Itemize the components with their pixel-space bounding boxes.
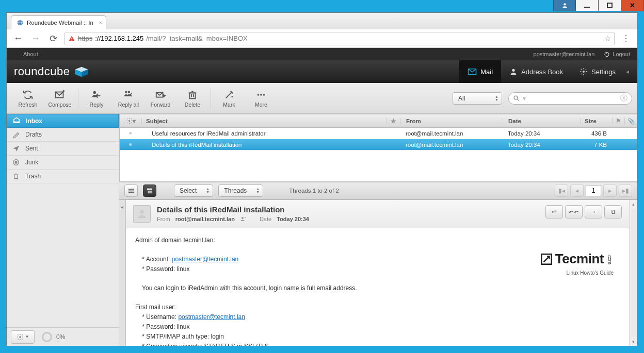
col-star[interactable]: ★ [386, 117, 400, 125]
col-date[interactable]: Date [503, 118, 580, 124]
list-mode-thread-button[interactable] [143, 184, 156, 197]
window-minimize-button[interactable] [576, 0, 599, 11]
pager-status: Threads 1 to 2 of 2 [289, 188, 339, 194]
col-from[interactable]: From [400, 118, 503, 124]
svg-point-19 [128, 91, 131, 93]
msg-reply-button[interactable]: ↩ [545, 205, 563, 218]
about-link[interactable]: About [23, 51, 38, 57]
sender-avatar [133, 205, 151, 223]
page-prev-button[interactable]: ◂ [570, 184, 584, 197]
preview-from: root@mail.tecmint.lan [175, 216, 235, 222]
select-dropdown[interactable]: Select▲▼ [174, 184, 213, 197]
svg-rect-29 [14, 175, 18, 178]
logout-link[interactable]: Logout [604, 51, 630, 57]
delete-button[interactable]: Delete [176, 89, 208, 108]
svg-rect-37 [148, 192, 153, 193]
svg-point-24 [263, 94, 265, 96]
preview-date: Today 20:34 [277, 216, 309, 222]
page-number-input[interactable] [586, 185, 601, 196]
page-last-button[interactable]: ▸▮ [619, 184, 632, 197]
forward-button[interactable]: Forward [144, 89, 176, 108]
search-input[interactable] [529, 95, 617, 102]
svg-rect-35 [147, 189, 152, 190]
quota-display: 0% [42, 332, 65, 342]
window-maximize-button[interactable] [599, 0, 621, 11]
svg-point-14 [512, 69, 514, 72]
threads-dropdown[interactable]: Threads▲▼ [218, 184, 263, 197]
folder-inbox[interactable]: Inbox [7, 114, 119, 128]
folder-trash[interactable]: Trash [7, 170, 119, 183]
svg-point-18 [125, 91, 127, 93]
col-flag[interactable]: ⚑ [612, 117, 624, 125]
folder-sent[interactable]: Sent [7, 142, 119, 156]
message-list-header: ▾ Subject ★ From Date Size ⚑ 📎 [120, 114, 637, 128]
preview-scrollbar[interactable]: ▴▾ [629, 200, 637, 346]
window-user-button[interactable] [553, 0, 576, 11]
svg-line-26 [517, 99, 519, 100]
bookmark-star-icon[interactable]: ☆ [604, 34, 611, 43]
col-size[interactable]: Size [580, 118, 612, 124]
body-link[interactable]: postmaster@tecmint.lan [178, 313, 245, 321]
svg-point-38 [140, 210, 143, 214]
current-user-label: postmaster@tecmint.lan [534, 51, 595, 57]
col-attach[interactable]: 📎 [624, 117, 637, 125]
url-scheme: https [78, 35, 92, 42]
msg-forward-button[interactable]: → [585, 205, 602, 218]
insecure-warning-icon [68, 35, 75, 42]
nav-settings-tab[interactable]: Settings [571, 60, 624, 83]
preview-subject: Details of this iRedMail installation [157, 205, 309, 214]
refresh-button[interactable]: Refresh [12, 89, 44, 108]
message-row[interactable]: • Details of this iRedMail installation … [120, 139, 637, 150]
nav-back-button[interactable]: ← [12, 32, 24, 45]
window-close-button[interactable]: ✕ [621, 0, 644, 11]
msg-popout-button[interactable]: ⧉ [604, 205, 622, 218]
tab-close-icon[interactable]: × [99, 20, 102, 26]
list-options-button[interactable]: ▾ [120, 117, 141, 125]
svg-rect-1 [584, 7, 590, 8]
add-contact-icon[interactable] [240, 216, 246, 222]
power-icon [604, 51, 610, 57]
folder-drafts[interactable]: Drafts [7, 128, 119, 142]
nav-forward-button[interactable]: → [29, 32, 42, 45]
svg-rect-7 [71, 40, 72, 40]
address-bar[interactable]: https://192.168.1.245/mail/?_task=mail&_… [65, 32, 615, 45]
reply-all-button[interactable]: Reply all [112, 89, 144, 108]
svg-point-28 [15, 161, 17, 163]
compose-button[interactable]: Compose [44, 89, 76, 108]
list-mode-list-button[interactable] [124, 184, 138, 197]
browser-tab[interactable]: Roundcube Webmail :: In × [11, 15, 106, 29]
header-caret-icon[interactable]: ◂ [624, 68, 630, 75]
svg-point-30 [19, 336, 21, 338]
page-next-button[interactable]: ▸ [603, 184, 617, 197]
svg-rect-2 [607, 3, 612, 8]
message-row[interactable]: • Useful resources for iRedMail administ… [120, 128, 637, 139]
msg-reply-all-button[interactable]: ⤺⤺ [565, 205, 583, 218]
folder-junk[interactable]: Junk [7, 156, 119, 170]
more-button[interactable]: More [245, 89, 277, 108]
col-subject[interactable]: Subject [141, 118, 386, 124]
filter-select[interactable]: All ▲▼ [453, 92, 502, 105]
search-icon [513, 95, 520, 102]
mark-button[interactable]: Mark [213, 89, 245, 108]
folder-settings-button[interactable]: ▼ [11, 330, 35, 344]
quota-wheel-icon [42, 332, 52, 342]
preview-collapse-handle[interactable]: ◂ [119, 200, 125, 346]
mail-icon [468, 68, 477, 75]
search-clear-icon[interactable]: ⓧ [620, 94, 627, 103]
browser-menu-button[interactable]: ⋮ [620, 33, 632, 43]
svg-point-39 [242, 217, 244, 219]
search-input-container[interactable]: ▾ ⓧ [508, 92, 632, 105]
watermark: Tecmint.com Linux Howto's Guide [540, 249, 614, 277]
svg-point-0 [564, 3, 566, 5]
nav-reload-button[interactable]: ⟳ [47, 32, 59, 45]
nav-addressbook-tab[interactable]: Address Book [501, 60, 571, 83]
svg-point-17 [93, 91, 96, 94]
url-path: /mail/?_task=mail&_mbox=INBOX [146, 35, 248, 42]
nav-mail-tab[interactable]: Mail [459, 60, 501, 83]
app-logo: roundcube [14, 64, 90, 79]
page-first-button[interactable]: ▮◂ [555, 184, 568, 197]
svg-rect-6 [71, 38, 72, 39]
person-icon [509, 68, 518, 76]
body-link[interactable]: postmaster@tecmint.lan [172, 256, 239, 263]
reply-button[interactable]: Reply [81, 89, 112, 108]
